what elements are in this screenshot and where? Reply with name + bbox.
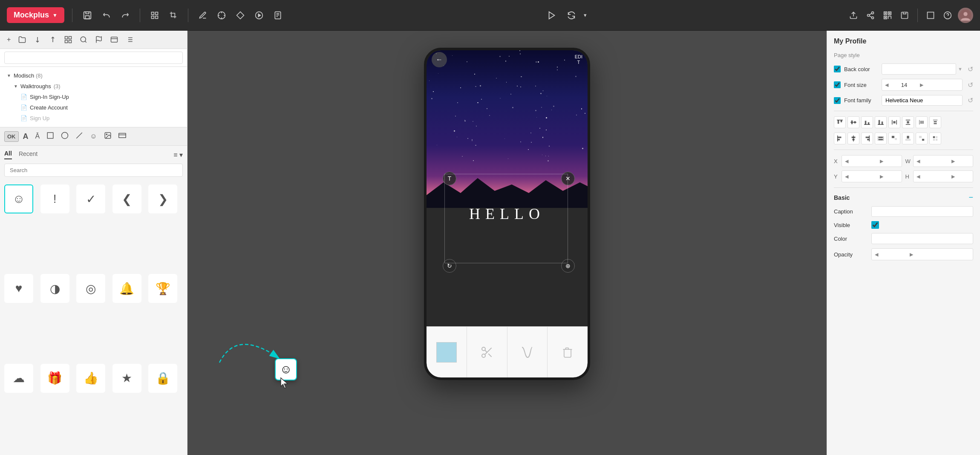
save-button[interactable] xyxy=(80,8,95,23)
tab-all[interactable]: All xyxy=(4,150,12,159)
align-custom-button[interactable] xyxy=(929,132,941,144)
redo-button[interactable] xyxy=(118,9,132,22)
dist-h-button[interactable] xyxy=(888,116,900,128)
comp-tool-label[interactable]: OK xyxy=(4,131,19,142)
align-tl-button[interactable] xyxy=(888,132,900,144)
icon-cell-chevron-right[interactable]: ❯ xyxy=(148,184,177,213)
user-avatar[interactable] xyxy=(958,8,973,23)
bottom-cell-trash[interactable] xyxy=(548,327,588,377)
bottom-cell-path[interactable] xyxy=(507,327,548,377)
font-size-reset[interactable]: ↺ xyxy=(968,81,973,89)
color-swatch-cell[interactable] xyxy=(436,342,457,363)
qr-button[interactable] xyxy=(881,9,894,22)
comp-tool-image[interactable] xyxy=(101,130,114,143)
comp-tool-line[interactable] xyxy=(73,130,86,143)
play-button[interactable] xyxy=(252,9,266,22)
back-color-reset[interactable]: ↺ xyxy=(968,65,973,73)
comp-tool-ellipse[interactable] xyxy=(58,130,71,143)
bottom-cell-color[interactable] xyxy=(427,327,467,377)
icon-cell-smiley[interactable]: ☺ xyxy=(4,184,33,213)
back-color-picker[interactable] xyxy=(882,63,956,75)
h-input[interactable]: 230 xyxy=(923,173,948,180)
doc-button[interactable] xyxy=(271,9,285,22)
visible-checkbox[interactable] xyxy=(871,221,879,229)
align-center-h-button[interactable] xyxy=(847,132,859,144)
component-search-input[interactable] xyxy=(4,164,183,177)
sel-handle-close[interactable]: ✕ xyxy=(561,172,575,185)
icon-cell-chevron-left[interactable]: ❮ xyxy=(112,184,141,213)
play-preview-button[interactable] xyxy=(545,8,559,23)
frame-button[interactable] xyxy=(924,9,937,22)
grid-button[interactable] xyxy=(148,9,161,22)
dist-v-button[interactable] xyxy=(902,116,914,128)
layer-search-input[interactable] xyxy=(4,52,183,64)
font-size-input[interactable]: 14 xyxy=(891,82,917,88)
tree-item-walktroughs[interactable]: ▼ Walktroughs (3) xyxy=(0,81,187,92)
move-up-button[interactable] xyxy=(46,34,59,45)
list-button[interactable] xyxy=(123,34,136,45)
x-input[interactable]: 0 xyxy=(851,158,877,164)
flag-button[interactable] xyxy=(92,34,105,45)
tab-recent[interactable]: Recent xyxy=(19,150,37,159)
font-size-decrement[interactable]: ◀ xyxy=(882,79,891,90)
canvas-area[interactable]: HELLO ← EDI T T ✕ ↻ ⊕ xyxy=(187,31,827,455)
align-baseline-button[interactable] xyxy=(875,116,887,128)
w-input[interactable]: 357 xyxy=(923,158,948,164)
logo-button[interactable]: Mockplus ▼ xyxy=(7,7,64,23)
pages-button[interactable] xyxy=(108,34,121,45)
refresh-button[interactable] xyxy=(564,8,579,23)
icon-cell-bell[interactable]: 🔔 xyxy=(112,274,141,303)
font-family-reset[interactable]: ↺ xyxy=(968,96,973,104)
x-increment[interactable]: ▶ xyxy=(877,156,886,167)
pen-button[interactable] xyxy=(196,9,210,22)
tree-item-modisch[interactable]: ▼ Modisch (8) xyxy=(0,70,187,81)
back-color-checkbox[interactable] xyxy=(834,66,841,72)
icon-cell-pie[interactable]: ◑ xyxy=(40,274,69,303)
align-tc-button[interactable] xyxy=(902,132,914,144)
color-picker[interactable] xyxy=(871,233,973,244)
dist-equal-h-button[interactable] xyxy=(916,116,928,128)
back-color-dropdown[interactable]: ▼ xyxy=(958,66,963,72)
opacity-decrement[interactable]: ◀ xyxy=(872,249,881,260)
comp-tool-richtext[interactable]: Ā xyxy=(33,131,43,142)
dist-equal-v-button[interactable] xyxy=(929,116,941,128)
tab-menu-button[interactable]: ≡ ▾ xyxy=(173,151,183,159)
caption-input[interactable]: Icon xyxy=(871,206,973,217)
icon-cell-trophy[interactable]: 🏆 xyxy=(148,274,177,303)
sel-handle-move[interactable]: ⊕ xyxy=(561,259,575,273)
icon-cell-check[interactable]: ✓ xyxy=(76,184,105,213)
opacity-increment[interactable]: ▶ xyxy=(907,249,916,260)
font-family-checkbox[interactable] xyxy=(834,97,841,104)
bottom-cell-scissors[interactable] xyxy=(467,327,507,377)
basic-collapse-button[interactable]: − xyxy=(968,193,973,202)
comp-tool-rect[interactable] xyxy=(44,130,57,143)
icon-cell-star[interactable]: ★ xyxy=(112,364,141,393)
group-button[interactable] xyxy=(62,34,75,45)
x-decrement[interactable]: ◀ xyxy=(842,156,851,167)
y-input[interactable]: 112 xyxy=(851,173,877,180)
diamond-button[interactable] xyxy=(233,9,247,22)
h-decrement[interactable]: ◀ xyxy=(914,171,923,182)
tree-item-createaccount[interactable]: 📄 Create Account xyxy=(0,102,187,113)
align-left-button[interactable] xyxy=(834,132,846,144)
folder-button[interactable] xyxy=(16,34,29,45)
icon-cell-heart[interactable]: ♥ xyxy=(4,274,33,303)
sel-handle-text[interactable]: T xyxy=(443,172,456,185)
sel-handle-refresh[interactable]: ↻ xyxy=(443,259,456,273)
opacity-input[interactable]: 100 xyxy=(881,251,907,258)
align-middle-v-button[interactable] xyxy=(847,116,859,128)
h-increment[interactable]: ▶ xyxy=(948,171,958,182)
comp-tool-navbar[interactable] xyxy=(116,130,129,143)
align-right-button[interactable] xyxy=(861,132,873,144)
w-increment[interactable]: ▶ xyxy=(948,156,958,167)
y-decrement[interactable]: ◀ xyxy=(842,171,851,182)
phone-back-button[interactable]: ← xyxy=(432,52,447,67)
y-increment[interactable]: ▶ xyxy=(877,171,886,182)
phone-edit-label[interactable]: EDI T xyxy=(575,54,582,65)
help-button[interactable] xyxy=(941,9,954,22)
align-br-button[interactable] xyxy=(916,132,928,144)
w-decrement[interactable]: ◀ xyxy=(914,156,923,167)
export-button[interactable] xyxy=(847,9,860,22)
align-bottom-button[interactable] xyxy=(861,116,873,128)
icon-cell-lock[interactable]: 🔒 xyxy=(148,364,177,393)
